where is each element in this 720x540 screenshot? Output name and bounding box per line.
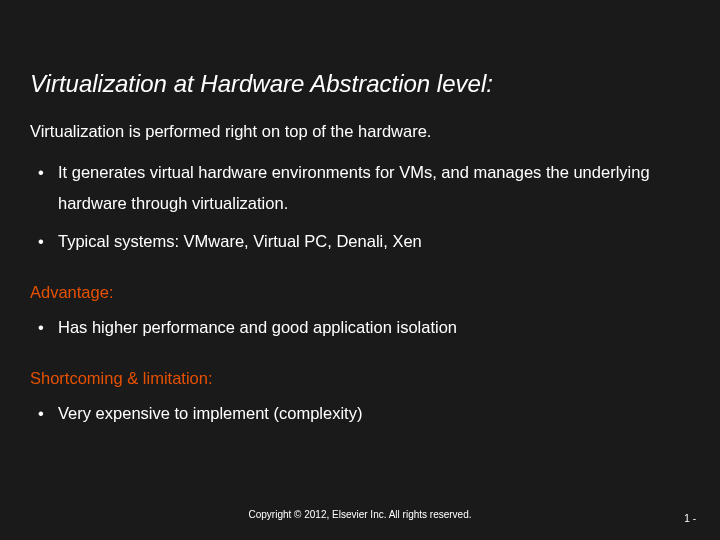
page-number: 1 - (684, 513, 696, 524)
advantage-label: Advantage: (30, 283, 690, 302)
list-item: Typical systems: VMware, Virtual PC, Den… (30, 226, 690, 257)
advantage-bullet-list: Has higher performance and good applicat… (30, 312, 690, 343)
slide: Virtualization at Hardware Abstraction l… (0, 0, 720, 540)
limitation-bullet-list: Very expensive to implement (complexity) (30, 398, 690, 429)
slide-title: Virtualization at Hardware Abstraction l… (30, 70, 690, 98)
list-item: Has higher performance and good applicat… (30, 312, 690, 343)
list-item: It generates virtual hardware environmen… (30, 157, 690, 220)
main-bullet-list: It generates virtual hardware environmen… (30, 157, 690, 257)
footer-copyright: Copyright © 2012, Elsevier Inc. All righ… (0, 509, 720, 520)
list-item: Very expensive to implement (complexity) (30, 398, 690, 429)
slide-subtitle: Virtualization is performed right on top… (30, 120, 690, 143)
limitation-label: Shortcoming & limitation: (30, 369, 690, 388)
